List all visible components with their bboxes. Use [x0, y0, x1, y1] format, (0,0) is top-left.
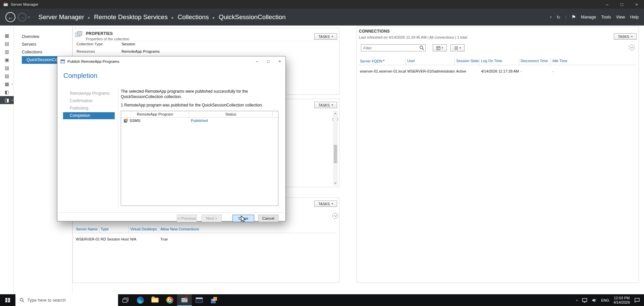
nav-local-server-icon[interactable]: ▤: [0, 40, 14, 48]
filter-group-button[interactable]: ▾: [450, 44, 465, 51]
taskbar-server-manager-button[interactable]: [177, 294, 192, 306]
collapse-panel-button[interactable]: [332, 213, 338, 219]
filter-input[interactable]: [361, 44, 426, 51]
back-arrow-icon: ←: [8, 14, 13, 20]
task-view-button[interactable]: [118, 294, 133, 306]
taskbar-chrome-button[interactable]: [162, 294, 177, 306]
breadcrumb-server-manager[interactable]: Server Manager: [39, 13, 84, 21]
window-titlebar: Server Manager – □ ×: [0, 0, 644, 9]
remoteapp-tasks-button[interactable]: TASKS▾: [314, 102, 337, 108]
column-log-on-time[interactable]: Log On Time: [480, 58, 519, 65]
menu-tools[interactable]: Tools: [601, 15, 611, 19]
nav-dashboard-icon[interactable]: ▦: [0, 32, 14, 40]
column-allow-new-connections[interactable]: Allow New Connections: [159, 226, 336, 233]
step-completion[interactable]: Completion: [63, 112, 115, 119]
column-server-fqdn[interactable]: Server FQDN▲: [359, 58, 406, 65]
step-remoteapp-programs[interactable]: RemoteApp Programs: [63, 90, 115, 97]
server-manager-app-icon: [3, 2, 8, 7]
taskbar-edge-button[interactable]: [133, 294, 148, 306]
properties-tasks-button[interactable]: TASKS▾: [314, 33, 337, 40]
column-session-state[interactable]: Session State: [455, 58, 480, 65]
grouping-icon: [454, 46, 458, 50]
nav-dns-icon[interactable]: ▨: [0, 72, 14, 80]
taskbar-search[interactable]: [15, 294, 118, 306]
menu-manage[interactable]: Manage: [581, 15, 596, 19]
menu-view[interactable]: View: [616, 15, 625, 19]
expand-arrow-icon: ▸: [12, 83, 13, 85]
vertical-scrollbar[interactable]: [333, 111, 337, 185]
cell-virtual-desktops: N/A: [129, 236, 159, 242]
scroll-up-button[interactable]: [334, 112, 337, 116]
host-server-row[interactable]: WSERVER-01 RD Session Host N/A True: [74, 236, 336, 242]
dialog-close-button[interactable]: ×: [274, 56, 285, 67]
host-servers-tasks-button[interactable]: TASKS▾: [314, 201, 337, 207]
taskbar-ssms-button[interactable]: [207, 294, 221, 306]
host-servers-table: Server Name Type Virtual Desktops Allow …: [74, 226, 336, 242]
minimize-button[interactable]: –: [600, 0, 614, 9]
filter-query-button[interactable]: ▾: [433, 44, 447, 51]
column-type[interactable]: Type: [99, 226, 129, 233]
scroll-down-button[interactable]: [334, 181, 337, 185]
nav-remote-desktop-services-icon[interactable]: ◨▸: [0, 96, 14, 104]
column-remoteapp-program[interactable]: RemoteApp Program: [121, 111, 189, 117]
sidebar-item-servers[interactable]: Servers: [14, 41, 72, 48]
cell-session-state: Active: [455, 69, 480, 74]
close-button[interactable]: ×: [629, 0, 644, 9]
host-servers-header: Server Name Type Virtual Desktops Allow …: [74, 226, 336, 233]
maximize-button[interactable]: □: [614, 0, 629, 9]
caret-down-icon: ▾: [332, 103, 333, 106]
column-status[interactable]: Status: [189, 111, 273, 117]
hidden-icons-chevron-icon[interactable]: [576, 300, 578, 302]
cell-allow-new-connections: True: [159, 236, 336, 242]
step-publishing[interactable]: Publishing: [63, 105, 115, 112]
nav-all-servers-icon[interactable]: ▥: [0, 48, 14, 56]
taskbar-file-explorer-button[interactable]: [148, 294, 162, 306]
taskbar-console-button[interactable]: [192, 294, 207, 306]
nav-dhcp-icon[interactable]: ▧: [0, 64, 14, 72]
forward-button[interactable]: →: [18, 13, 26, 21]
nav-file-storage-services-icon[interactable]: ▩▸: [0, 80, 14, 88]
start-button[interactable]: [0, 294, 15, 306]
breadcrumb-remote-desktop-services[interactable]: Remote Desktop Services: [94, 13, 168, 21]
breadcrumb-quicksessioncollection[interactable]: QuickSessionCollection: [219, 13, 286, 21]
sidebar-item-collections[interactable]: Collections: [14, 48, 72, 56]
step-confirmation[interactable]: Confirmation: [63, 97, 115, 104]
previous-button[interactable]: < Previous: [177, 215, 197, 222]
clock[interactable]: 12:03 PM 4/14/2026: [613, 296, 630, 304]
taskbar-search-input[interactable]: [27, 298, 104, 303]
connections-tasks-button[interactable]: TASKS▾: [614, 33, 637, 40]
column-server-name[interactable]: Server Name: [74, 226, 99, 233]
column-virtual-desktops[interactable]: Virtual Desktops: [129, 226, 159, 233]
cancel-button[interactable]: Cancel: [258, 215, 278, 222]
nav-history-caret-icon[interactable]: ▾: [28, 15, 30, 19]
next-button[interactable]: Next >: [202, 215, 222, 222]
scrollbar-thumb[interactable]: [334, 145, 337, 163]
remoteapp-row[interactable]: SSMS Published: [121, 118, 278, 124]
nav-ad-ds-icon[interactable]: ▣: [0, 56, 14, 64]
collapse-panel-button[interactable]: [629, 45, 635, 50]
nav-iis-icon[interactable]: ◧: [0, 88, 14, 96]
chevron-down-icon: [334, 214, 336, 217]
action-center-icon[interactable]: [634, 298, 640, 303]
breadcrumb-collections[interactable]: Collections: [177, 13, 209, 21]
caret-down-icon: ▾: [332, 35, 333, 38]
volume-icon[interactable]: [592, 298, 597, 303]
dialog-maximize-button[interactable]: □: [263, 56, 274, 67]
connection-row[interactable]: wserver-01.wserver-01.local WSERVER-010\…: [359, 69, 636, 74]
forward-arrow-icon: →: [20, 15, 24, 20]
cell-status: Published: [189, 119, 273, 123]
toolbar-caret-icon[interactable]: ▾: [550, 15, 552, 19]
column-user[interactable]: User: [406, 58, 455, 65]
refresh-icon[interactable]: ↻: [556, 15, 560, 20]
dialog-minimize-button[interactable]: –: [251, 56, 263, 67]
sidebar-item-overview[interactable]: Overview: [14, 33, 72, 41]
close-wizard-button[interactable]: Close: [232, 215, 254, 222]
language-indicator[interactable]: ENG: [601, 298, 609, 302]
menu-help[interactable]: Help: [630, 15, 639, 19]
column-idle-time[interactable]: Idle Time: [551, 58, 636, 65]
notifications-flag-icon[interactable]: ⚑: [572, 14, 576, 20]
back-button[interactable]: ←: [5, 12, 15, 22]
network-icon[interactable]: [582, 298, 587, 303]
column-disconnect-time[interactable]: Disconnect Time: [519, 58, 551, 65]
wizard-footer: < Previous Next > Close Cancel: [57, 212, 285, 222]
